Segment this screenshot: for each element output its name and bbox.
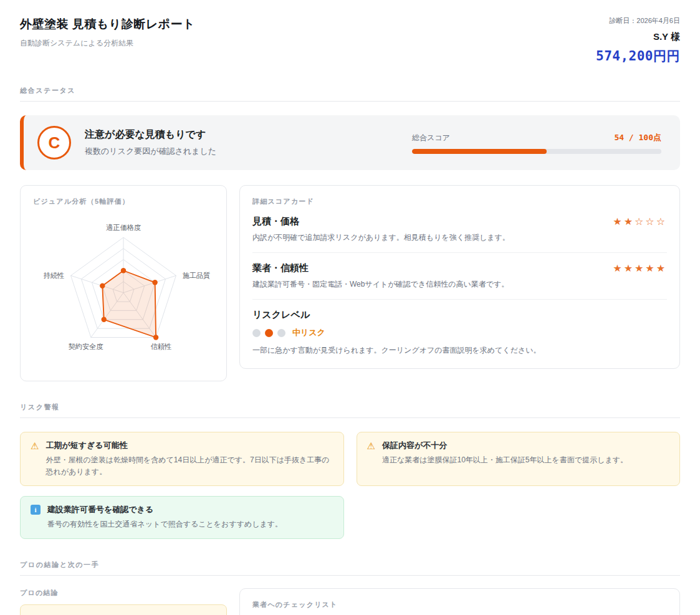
score-progress-bar xyxy=(412,149,661,154)
score-items: 見積・価格 ★★☆☆☆ 内訳が不明確で追加請求リスクがあります。相見積もりを強く… xyxy=(252,206,667,300)
score-item-title: 業者・信頼性 xyxy=(252,262,309,274)
checklist-label: 業者へのチェックリスト xyxy=(252,600,667,609)
conclusion-left-label: プロの結論 xyxy=(20,588,227,598)
star-rating: ★★★★★ xyxy=(613,262,667,274)
warning-alert: ⚠ 工期が短すぎる可能性 外壁・屋根の塗装は乾燥時間を含めて14日以上が適正です… xyxy=(20,432,344,486)
checklist-items: 使用する塗料のメーカー名・製品名・品番を書面で提示してもらえますか？ コーキング… xyxy=(252,613,667,615)
score-item-desc: 内訳が不明確で追加請求リスクがあります。相見積もりを強く推奨します。 xyxy=(252,232,667,244)
alert-desc: 外壁・屋根の塗装は乾燥時間を含めて14日以上が適正です。7日以下は手抜き工事の恐… xyxy=(46,454,333,478)
header-right: 診断日：2026年4月6日 S.Y 様 574,200円円 xyxy=(596,16,680,65)
score-item: 見積・価格 ★★☆☆☆ 内訳が不明確で追加請求リスクがあります。相見積もりを強く… xyxy=(252,206,667,253)
total-price: 574,200円円 xyxy=(596,47,680,65)
svg-text:持続性: 持続性 xyxy=(43,272,65,279)
risk-dot xyxy=(277,329,285,337)
score-row: 総合スコア 54 / 100点 xyxy=(412,132,661,143)
report-header: 外壁塗装 見積もり診断レポート 自動診断システムによる分析結果 診断日：2026… xyxy=(20,16,680,65)
risk-dots: 中リスク xyxy=(252,327,667,338)
report-page: 外壁塗装 見積もり診断レポート 自動診断システムによる分析結果 診断日：2026… xyxy=(0,0,700,615)
info-alert: i 建設業許可番号を確認できる 番号の有効性を国土交通省ネットで照合することをお… xyxy=(20,496,344,538)
warning-icon: ⚠ xyxy=(31,440,39,452)
score-item-title: 見積・価格 xyxy=(252,216,299,227)
info-alert-title: 建設業許可番号を確認できる xyxy=(47,504,282,515)
info-alert-content: 建設業許可番号を確認できる 番号の有効性を国土交通省ネットで照合することをおすす… xyxy=(47,504,282,530)
conclusion-grid: プロの結論 ⚠ 確認事項を解消してから判断してください 気になる点はあるものの確… xyxy=(20,588,680,615)
visual-analysis-label: ビジュアル分析（5軸評価） xyxy=(33,197,214,206)
diagnosis-date: 診断日：2026年4月6日 xyxy=(596,16,680,26)
risk-level-block: リスクレベル 中リスク 一部に急かす言動が見受けられます。クーリングオフの書面説… xyxy=(252,300,667,356)
score-item-head: 見積・価格 ★★☆☆☆ xyxy=(252,216,667,227)
score-item-desc: 建設業許可番号・固定電話・Webサイトが確認でき信頼性の高い業者です。 xyxy=(252,279,667,290)
score-progress-fill xyxy=(412,149,547,154)
radar-chart: 適正価格度施工品質信頼性契約安全度持続性 xyxy=(33,211,214,369)
warning-alert-content: 保証内容が不十分 適正な業者は塗膜保証10年以上・施工保証5年以上を書面で提示し… xyxy=(382,440,628,466)
risk-level-label: リスクレベル xyxy=(252,309,667,321)
alert-desc: 適正な業者は塗膜保証10年以上・施工保証5年以上を書面で提示します。 xyxy=(382,454,628,466)
status-title: 注意が必要な見積もりです xyxy=(85,128,216,141)
score-item: 業者・信頼性 ★★★★★ 建設業許可番号・固定電話・Webサイトが確認でき信頼性… xyxy=(252,253,667,300)
svg-text:信頼性: 信頼性 xyxy=(151,343,172,351)
grade-badge: C xyxy=(37,126,71,160)
header-left: 外壁塗装 見積もり診断レポート 自動診断システムによる分析結果 xyxy=(20,16,195,49)
warning-alert: ⚠ 保証内容が不十分 適正な業者は塗膜保証10年以上・施工保証5年以上を書面で提… xyxy=(357,432,681,486)
conclusion-left-col: プロの結論 ⚠ 確認事項を解消してから判断してください 気になる点はあるものの確… xyxy=(20,588,227,615)
star-rating: ★★☆☆☆ xyxy=(613,216,667,227)
status-text: 注意が必要な見積もりです 複数のリスク要因が確認されました xyxy=(85,128,216,157)
customer-name: S.Y 様 xyxy=(596,31,680,43)
radar-wrap: 適正価格度施工品質信頼性契約安全度持続性 xyxy=(33,211,214,369)
section-risk-alerts: リスク警報 xyxy=(20,403,680,418)
detail-scorecard-label: 詳細スコアカード xyxy=(252,197,667,206)
detail-scorecard: 詳細スコアカード 見積・価格 ★★☆☆☆ 内訳が不明確で追加請求リスクがあります… xyxy=(239,185,680,369)
checklist-item: 使用する塗料のメーカー名・製品名・品番を書面で提示してもらえますか？ xyxy=(252,613,667,615)
info-icon: i xyxy=(31,505,41,515)
alert-title: 工期が短すぎる可能性 xyxy=(46,440,333,451)
risk-dot xyxy=(252,329,261,337)
svg-text:契約安全度: 契約安全度 xyxy=(69,343,104,350)
overall-score-value: 54 / 100点 xyxy=(614,132,661,143)
section-overall-status: 総合ステータス xyxy=(20,86,680,102)
info-alert-desc: 番号の有効性を国土交通省ネットで照合することをおすすめします。 xyxy=(47,518,282,530)
checklist-card: 業者へのチェックリスト 使用する塗料のメーカー名・製品名・品番を書面で提示しても… xyxy=(239,588,680,615)
page-subtitle: 自動診断システムによる分析結果 xyxy=(20,38,195,49)
risk-level-desc: 一部に急かす言動が見受けられます。クーリングオフの書面説明を求めてください。 xyxy=(252,345,667,356)
warning-alert-content: 工期が短すぎる可能性 外壁・屋根の塗装は乾燥時間を含めて14日以上が適正です。7… xyxy=(46,440,333,478)
status-card: C 注意が必要な見積もりです 複数のリスク要因が確認されました 総合スコア 54… xyxy=(20,115,680,170)
risk-level-text: 中リスク xyxy=(292,327,325,338)
score-item-head: 業者・信頼性 ★★★★★ xyxy=(252,262,667,274)
warning-icon: ⚠ xyxy=(367,440,375,452)
svg-text:施工品質: 施工品質 xyxy=(183,272,211,279)
page-title: 外壁塗装 見積もり診断レポート xyxy=(20,16,195,32)
section-conclusion: プロの結論と次の一手 xyxy=(20,560,680,576)
risk-dot xyxy=(265,329,273,337)
visual-analysis-card: ビジュアル分析（5軸評価） 適正価格度施工品質信頼性契約安全度持続性 xyxy=(20,185,227,381)
warnings-grid: ⚠ 工期が短すぎる可能性 外壁・屋根の塗装は乾燥時間を含めて14日以上が適正です… xyxy=(20,432,680,486)
alert-title: 保証内容が不十分 xyxy=(382,440,628,451)
analysis-grid: ビジュアル分析（5軸評価） 適正価格度施工品質信頼性契約安全度持続性 詳細スコア… xyxy=(20,185,680,381)
overall-score-label: 総合スコア xyxy=(412,133,450,143)
score-area: 総合スコア 54 / 100点 xyxy=(412,132,661,154)
verdict-card: ⚠ 確認事項を解消してから判断してください 気になる点はあるものの確認次第で判断… xyxy=(20,604,227,615)
status-subtitle: 複数のリスク要因が確認されました xyxy=(85,146,216,157)
svg-text:適正価格度: 適正価格度 xyxy=(106,224,141,231)
